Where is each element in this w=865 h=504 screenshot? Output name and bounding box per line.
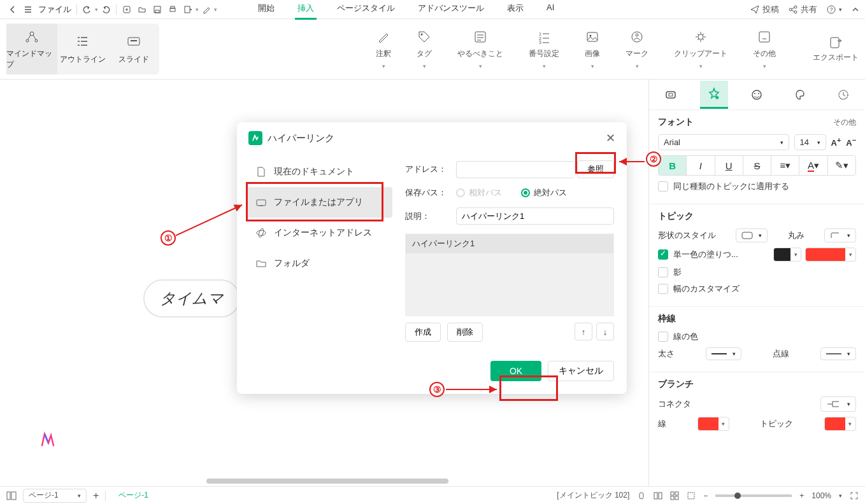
branch-topic-color[interactable]: ▾ <box>824 417 856 431</box>
underline-button[interactable]: U <box>715 156 743 175</box>
tab-ai[interactable]: AI <box>544 0 557 20</box>
tab-pagestyle[interactable]: ページスタイル <box>334 0 397 20</box>
panel-tab-history[interactable] <box>829 81 857 109</box>
save-icon[interactable] <box>150 2 165 17</box>
new-icon[interactable] <box>119 2 134 17</box>
view-mode-group: マインドマップ アウトライン スライド <box>6 24 159 74</box>
tab-file-or-app[interactable]: ファイルまたはアプリ <box>247 187 392 218</box>
menu-icon[interactable] <box>20 2 36 17</box>
panel-tab-style[interactable] <box>700 81 728 109</box>
zoom-in-icon[interactable]: + <box>799 491 804 500</box>
move-up-icon[interactable]: ↑ <box>575 323 592 340</box>
file-menu[interactable]: ファイル <box>38 4 71 15</box>
strike-button[interactable]: S <box>743 156 771 175</box>
panel-collapse-icon[interactable]: › <box>648 97 649 115</box>
font-family-select[interactable]: Arial▾ <box>658 134 789 150</box>
ribbon-image[interactable]: 画像▾ <box>585 29 600 69</box>
undo-icon[interactable] <box>80 2 95 17</box>
ribbon-more[interactable]: その他▾ <box>753 29 776 69</box>
redo-icon[interactable] <box>98 2 113 17</box>
font-increase-icon[interactable]: A+ <box>831 136 841 148</box>
zoom-out-icon[interactable]: − <box>703 491 708 500</box>
delete-button[interactable]: 削除 <box>447 323 483 342</box>
view-slide[interactable]: スライド <box>108 24 159 74</box>
ribbon-tag[interactable]: タグ▾ <box>417 29 432 69</box>
view-outline[interactable]: アウトライン <box>57 24 108 74</box>
svg-rect-27 <box>831 38 839 48</box>
browse-button[interactable]: 参照 <box>577 160 614 178</box>
shadow-checkbox[interactable] <box>658 267 668 277</box>
ok-button[interactable]: OK <box>490 361 541 381</box>
fill-color-2[interactable]: ▾ <box>805 248 856 262</box>
ai-badge-icon[interactable] <box>39 431 56 448</box>
font-other-link[interactable]: その他 <box>833 117 856 128</box>
address-input[interactable] <box>456 161 575 178</box>
fill-color-1[interactable]: ▾ <box>773 248 801 262</box>
panel-tab-theme[interactable] <box>786 81 814 109</box>
tab-view[interactable]: 表示 <box>504 0 526 20</box>
width-custom-checkbox[interactable] <box>658 284 668 294</box>
fill-checkbox[interactable] <box>658 249 668 260</box>
help-icon[interactable]: ?▾ <box>826 4 842 15</box>
export-button[interactable]: エクスポート <box>813 36 859 63</box>
fit-icon[interactable] <box>687 491 696 500</box>
move-down-icon[interactable]: ↓ <box>596 323 614 340</box>
ribbon-numbering[interactable]: 123番号設定▾ <box>529 29 559 69</box>
cancel-button[interactable]: キャンセル <box>548 361 614 381</box>
tab-folder[interactable]: フォルダ <box>247 248 392 279</box>
ribbon-clipart[interactable]: クリップアート▾ <box>674 29 727 69</box>
align-button[interactable]: ≡▾ <box>771 156 799 175</box>
font-color-button[interactable]: A▾ <box>799 156 827 175</box>
panel-tab-layout[interactable] <box>657 81 685 109</box>
page-select[interactable]: ページ-1▾ <box>23 489 87 503</box>
create-button[interactable]: 作成 <box>405 323 441 342</box>
export-menu-icon[interactable] <box>180 2 196 17</box>
layout-icon[interactable] <box>654 491 662 500</box>
highlight-button[interactable]: ✎▾ <box>828 156 855 175</box>
zoom-slider[interactable] <box>715 494 792 497</box>
font-size-select[interactable]: 14▾ <box>794 134 826 150</box>
connector-select[interactable]: ▾ <box>820 396 856 412</box>
link-list[interactable]: ハイパーリンク1 <box>405 234 614 316</box>
view-mindmap[interactable]: マインドマップ <box>6 24 57 74</box>
print-icon[interactable] <box>165 2 180 17</box>
absolute-radio[interactable] <box>521 188 530 197</box>
post-button[interactable]: 投稿 <box>750 4 779 15</box>
add-page-icon[interactable]: + <box>93 490 99 501</box>
panel-tab-icon[interactable] <box>743 81 771 109</box>
fullscreen-icon[interactable] <box>850 491 859 500</box>
dotted-select[interactable]: ▾ <box>820 347 856 360</box>
tab-advanced[interactable]: アドバンスツール <box>415 0 487 20</box>
bold-button[interactable]: B <box>659 156 687 175</box>
apply-same-checkbox[interactable] <box>658 181 668 192</box>
open-icon[interactable] <box>134 2 150 17</box>
roundness-select[interactable]: ▾ <box>824 228 856 242</box>
mouse-icon[interactable] <box>637 491 646 500</box>
edit-menu-icon[interactable] <box>199 2 214 17</box>
page-tab[interactable]: ページ-1 <box>112 487 155 503</box>
shape-style-select[interactable]: ▾ <box>736 228 768 242</box>
font-decrease-icon[interactable]: A− <box>846 136 856 148</box>
branch-line-color[interactable]: ▾ <box>697 417 729 431</box>
pages-panel-icon[interactable] <box>6 491 17 500</box>
close-icon[interactable]: ✕ <box>606 131 615 145</box>
tab-internet[interactable]: インターネットアドレス <box>247 218 392 248</box>
link-list-item[interactable]: ハイパーリンク1 <box>406 234 613 253</box>
main-topic[interactable]: タイムマ <box>143 279 240 318</box>
tab-insert[interactable]: 挿入 <box>295 0 317 20</box>
italic-button[interactable]: I <box>687 156 715 175</box>
description-input[interactable] <box>456 207 614 225</box>
ribbon-todo[interactable]: やるべきこと▾ <box>457 29 503 69</box>
tab-start[interactable]: 開始 <box>255 0 277 20</box>
thickness-select[interactable]: ▾ <box>706 347 741 360</box>
ribbon-mark[interactable]: マーク▾ <box>626 29 648 69</box>
zoom-value[interactable]: 100% <box>811 491 831 500</box>
horizontal-scrollbar[interactable] <box>206 479 448 484</box>
collapse-ribbon-icon[interactable] <box>851 5 860 14</box>
grid-icon[interactable] <box>670 491 679 500</box>
back-icon[interactable] <box>5 2 20 17</box>
tab-current-doc[interactable]: 現在のドキュメント <box>247 157 392 187</box>
share-button[interactable]: 共有 <box>788 4 817 15</box>
ribbon-note[interactable]: 注釈▾ <box>376 29 391 69</box>
line-color-checkbox[interactable] <box>658 332 668 342</box>
